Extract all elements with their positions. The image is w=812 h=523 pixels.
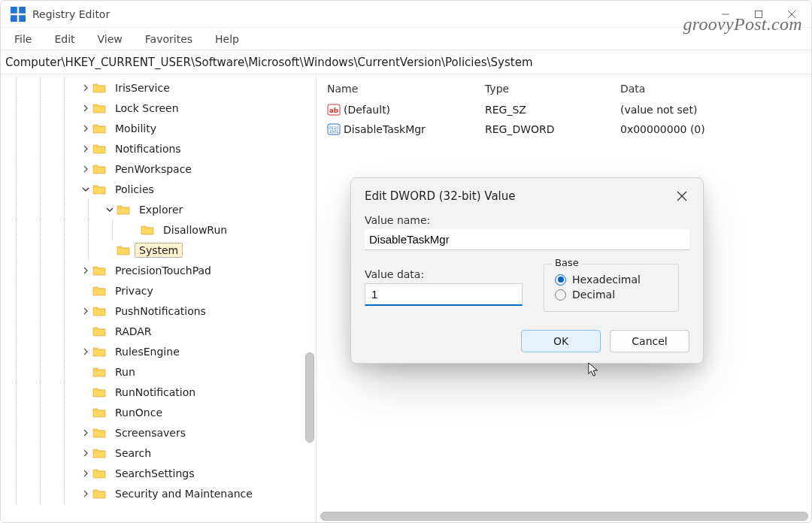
radio-off-icon: [555, 289, 566, 301]
base-group: Base Hexadecimal Decimal: [544, 264, 679, 312]
menu-file[interactable]: File: [11, 32, 35, 47]
menu-edit[interactable]: Edit: [51, 32, 77, 47]
folder-icon: [92, 326, 106, 337]
svg-rect-0: [11, 7, 17, 14]
tree-item[interactable]: RunNotification: [1, 382, 316, 402]
tree-item-label: Screensavers: [111, 425, 190, 440]
chevron-right-icon[interactable]: [80, 123, 91, 134]
value-name-field[interactable]: [365, 229, 689, 250]
folder-icon: [92, 448, 106, 458]
tree-item[interactable]: Run: [1, 361, 316, 382]
radio-hexadecimal[interactable]: Hexadecimal: [555, 274, 668, 286]
chevron-right-icon[interactable]: [80, 306, 91, 316]
tree-item[interactable]: RunOnce: [1, 402, 316, 422]
svg-text:ab: ab: [329, 107, 339, 114]
value-name-label: Value name:: [365, 214, 689, 226]
tree-item[interactable]: PenWorkspace: [1, 159, 316, 179]
chevron-right-icon[interactable]: [80, 488, 91, 499]
value-data: 0x00000000 (0): [620, 123, 771, 135]
tree-item[interactable]: Search: [1, 443, 316, 463]
chevron-down-icon[interactable]: [105, 204, 115, 215]
maximize-button[interactable]: [742, 4, 775, 25]
svg-rect-2: [11, 15, 17, 22]
tree-item[interactable]: SearchSettings: [1, 463, 316, 483]
string-value-icon: ab: [327, 103, 341, 116]
tree-item-label: Security and Maintenance: [111, 486, 257, 501]
folder-icon: [92, 367, 106, 377]
chevron-down-icon[interactable]: [80, 184, 91, 195]
tree-item-label: Lock Screen: [111, 101, 183, 116]
tree-item-label: Policies: [111, 182, 159, 197]
chevron-right-icon[interactable]: [80, 144, 91, 154]
chevron-right-icon[interactable]: [80, 83, 91, 93]
chevron-right-icon[interactable]: [80, 265, 91, 276]
tree-item[interactable]: Privacy: [1, 280, 316, 301]
value-data-field[interactable]: [365, 283, 523, 306]
tree-item-label: Run: [111, 364, 140, 379]
folder-icon: [117, 245, 130, 255]
titlebar[interactable]: Registry Editor: [1, 1, 811, 28]
col-type[interactable]: Type: [485, 83, 620, 95]
dialog-close-button[interactable]: [674, 189, 689, 204]
tree-item-label: Notifications: [111, 141, 186, 156]
menu-view[interactable]: View: [95, 32, 126, 47]
ok-button[interactable]: OK: [521, 330, 601, 352]
folder-icon: [92, 387, 106, 398]
chevron-right-icon[interactable]: [80, 448, 91, 458]
list-scrollbar[interactable]: [320, 512, 808, 521]
tree-item[interactable]: Lock Screen: [1, 98, 316, 118]
svg-rect-3: [19, 15, 26, 22]
tree-item[interactable]: Explorer: [1, 199, 316, 219]
cancel-button[interactable]: Cancel: [610, 330, 689, 352]
tree-item[interactable]: PushNotifications: [1, 301, 316, 321]
chevron-right-icon[interactable]: [80, 346, 91, 357]
tree-item[interactable]: Screensavers: [1, 422, 316, 443]
close-button[interactable]: [775, 4, 808, 25]
value-name: DisableTaskMgr: [344, 123, 426, 135]
tree-item[interactable]: IrisService: [1, 77, 316, 98]
radio-hex-label: Hexadecimal: [572, 274, 641, 286]
list-header: Name Type Data: [327, 77, 801, 100]
registry-editor-window: Registry Editor groovyPost.com File Edit…: [0, 0, 812, 523]
tree-panel[interactable]: IrisServiceLock ScreenMobilityNotificati…: [1, 74, 317, 522]
list-row[interactable]: ab(Default)REG_SZ(value not set): [327, 100, 801, 119]
value-type: REG_SZ: [485, 104, 620, 116]
menu-help[interactable]: Help: [212, 32, 242, 47]
tree-item-label: Privacy: [111, 283, 158, 298]
tree-item[interactable]: RADAR: [1, 321, 316, 341]
chevron-right-icon[interactable]: [80, 164, 91, 174]
chevron-right-icon[interactable]: [80, 428, 91, 438]
tree-item[interactable]: Policies: [1, 179, 316, 199]
folder-icon: [92, 488, 106, 499]
app-icon: [10, 6, 26, 23]
tree-scrollbar[interactable]: [305, 352, 314, 443]
menu-favorites[interactable]: Favorites: [142, 32, 195, 47]
chevron-right-icon[interactable]: [80, 468, 91, 479]
tree-item-label: PushNotifications: [111, 304, 211, 319]
folder-icon: [92, 346, 106, 357]
minimize-button[interactable]: [709, 4, 742, 25]
address-bar[interactable]: Computer\HKEY_CURRENT_USER\Software\Micr…: [1, 50, 811, 74]
tree-item-label: IrisService: [111, 80, 174, 95]
tree-item[interactable]: DisallowRun: [1, 219, 316, 240]
list-row[interactable]: 01101001DisableTaskMgrREG_DWORD0x0000000…: [327, 119, 801, 139]
col-name[interactable]: Name: [327, 83, 485, 95]
folder-icon: [92, 184, 106, 195]
col-data[interactable]: Data: [620, 83, 771, 95]
tree-item[interactable]: Notifications: [1, 138, 316, 159]
radio-decimal[interactable]: Decimal: [555, 289, 668, 301]
tree-item-label: RunNotification: [111, 385, 200, 400]
tree-item-label: Explorer: [135, 202, 187, 217]
tree-item-label: Mobility: [111, 121, 161, 136]
tree-item[interactable]: PrecisionTouchPad: [1, 260, 316, 280]
tree-item[interactable]: Mobility: [1, 118, 316, 138]
folder-icon: [92, 306, 106, 316]
chevron-right-icon[interactable]: [80, 103, 91, 113]
window-title: Registry Editor: [32, 8, 709, 20]
tree-item[interactable]: Security and Maintenance: [1, 483, 316, 503]
folder-icon: [92, 468, 106, 479]
tree-item[interactable]: System: [1, 240, 316, 260]
dialog-title: Edit DWORD (32-bit) Value: [365, 189, 515, 203]
tree-item-label: RADAR: [111, 324, 156, 339]
tree-item[interactable]: RulesEngine: [1, 341, 316, 361]
